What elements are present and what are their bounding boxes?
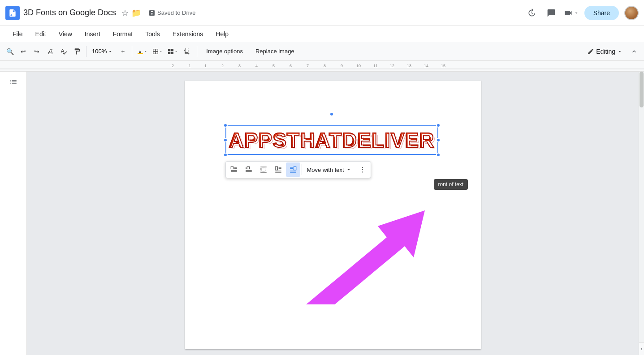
zoom-control[interactable]: 100% [89, 47, 116, 56]
history-icon[interactable] [524, 6, 539, 20]
toolbar: 🔍 ↩ ↪ 🖨 100% + Ima [0, 42, 644, 61]
avatar[interactable] [624, 6, 639, 20]
search-icon[interactable]: 🔍 [4, 45, 16, 58]
wrap-inline-button[interactable] [227, 163, 241, 177]
svg-rect-21 [231, 167, 233, 169]
title-bar: A 3D Fonts on Google Docs ☆ 📁 Saved to D… [0, 0, 644, 26]
toolbar-left: 🔍 ↩ ↪ 🖨 100% + [4, 45, 193, 58]
page-container[interactable]: APPSTHATDELIVER [27, 72, 639, 355]
right-controls: Share [524, 6, 639, 20]
borders-icon[interactable] [150, 45, 164, 58]
svg-marker-51 [306, 210, 425, 304]
svg-text:8: 8 [324, 64, 326, 68]
collapse-toolbar-button[interactable] [628, 45, 640, 58]
svg-point-48 [362, 169, 363, 170]
svg-text:15: 15 [441, 64, 445, 68]
svg-text:10: 10 [356, 64, 361, 68]
handle-top-right[interactable] [436, 123, 441, 128]
zoom-in-icon[interactable]: + [117, 45, 129, 58]
handle-top-left[interactable] [223, 123, 228, 128]
image-options-button[interactable]: Image options [201, 46, 248, 56]
sep1 [86, 46, 86, 57]
tooltip-front-of-text: ront of text [434, 179, 468, 190]
arrow-annotation [306, 206, 432, 306]
crop-icon[interactable] [181, 45, 193, 58]
sep2 [132, 46, 132, 57]
menu-tools[interactable]: Tools [140, 29, 165, 39]
saved-label: Saved to Drive [148, 9, 195, 17]
outline-icon[interactable] [7, 75, 20, 91]
svg-rect-26 [247, 167, 249, 169]
menu-help[interactable]: Help [210, 29, 234, 39]
paint-format-icon[interactable] [71, 45, 83, 58]
image-text: APPSTHATDELIVER [229, 128, 435, 152]
svg-rect-2 [0, 61, 644, 72]
svg-text:1: 1 [204, 64, 207, 68]
svg-text:A: A [10, 13, 13, 16]
svg-text:13: 13 [407, 64, 411, 68]
svg-rect-31 [262, 168, 265, 171]
svg-text:6: 6 [290, 64, 292, 68]
svg-text:14: 14 [424, 64, 428, 68]
handle-mid-right[interactable] [436, 138, 441, 142]
scrollbar-thumb[interactable] [640, 72, 644, 107]
svg-text:11: 11 [373, 64, 378, 68]
wrap-left-button[interactable] [271, 163, 285, 177]
svg-text:3: 3 [238, 64, 241, 68]
handle-bot-right[interactable] [436, 153, 441, 157]
svg-text:-2: -2 [170, 64, 174, 68]
document-page: APPSTHATDELIVER [185, 81, 481, 349]
spell-check-icon[interactable] [57, 45, 70, 58]
svg-text:12: 12 [390, 64, 394, 68]
scrollbar-right[interactable] [639, 72, 644, 355]
more-options-button[interactable] [355, 163, 370, 177]
sidebar-left [0, 72, 27, 355]
wrap-front-button[interactable] [286, 163, 300, 177]
menu-bar: File Edit View Insert Format Tools Exten… [0, 26, 644, 42]
editing-dropdown[interactable]: Editing [583, 46, 626, 57]
wrap-none-button[interactable] [256, 163, 271, 177]
handle-mid-left[interactable] [223, 138, 228, 142]
svg-text:4: 4 [255, 64, 258, 68]
undo-icon[interactable]: ↩ [17, 45, 30, 58]
menu-edit[interactable]: Edit [30, 29, 52, 39]
folder-icon[interactable]: 📁 [131, 8, 141, 18]
svg-text:5: 5 [272, 64, 275, 68]
svg-point-47 [362, 167, 363, 168]
inline-image-toolbar: Move with text [225, 161, 371, 178]
svg-text:-1: -1 [187, 64, 191, 68]
image-content: APPSTHATDELIVER [225, 125, 438, 155]
svg-rect-42 [294, 167, 296, 170]
menu-file[interactable]: File [7, 29, 28, 39]
svg-rect-1 [138, 53, 143, 54]
share-button[interactable]: Share [584, 6, 619, 20]
collapse-side-panel-button[interactable] [639, 342, 644, 355]
highlight-color-icon[interactable] [135, 45, 149, 58]
star-icon[interactable]: ☆ [121, 8, 129, 18]
selected-image[interactable]: APPSTHATDELIVER [225, 125, 438, 155]
doc-title: 3D Fonts on Google Docs [23, 8, 116, 17]
rotation-handle[interactable] [329, 112, 334, 116]
svg-point-49 [362, 171, 363, 172]
meet-dropdown[interactable] [564, 9, 579, 17]
svg-rect-37 [275, 167, 277, 170]
main-area: APPSTHATDELIVER [0, 72, 644, 355]
inline-sep [302, 164, 302, 175]
chat-icon[interactable] [544, 6, 558, 20]
svg-text:2: 2 [221, 64, 224, 68]
replace-image-button[interactable]: Replace image [250, 46, 300, 56]
svg-text:9: 9 [341, 64, 343, 68]
menu-format[interactable]: Format [108, 29, 138, 39]
print-icon[interactable]: 🖨 [44, 45, 56, 58]
move-with-text-button[interactable]: Move with text [303, 165, 355, 175]
ruler-svg: -2 -1 1 2 3 4 5 6 7 8 9 10 11 12 13 14 1… [0, 61, 644, 72]
handle-bot-left[interactable] [223, 153, 228, 157]
menu-view[interactable]: View [53, 29, 78, 39]
menu-insert[interactable]: Insert [79, 29, 106, 39]
menu-extensions[interactable]: Extensions [167, 29, 208, 39]
wrap-break-button[interactable] [242, 163, 256, 177]
title-icons: ☆ 📁 [121, 8, 141, 18]
ruler: -2 -1 1 2 3 4 5 6 7 8 9 10 11 12 13 14 1… [0, 61, 644, 72]
redo-icon[interactable]: ↪ [30, 45, 43, 58]
table-icon[interactable] [165, 45, 180, 58]
